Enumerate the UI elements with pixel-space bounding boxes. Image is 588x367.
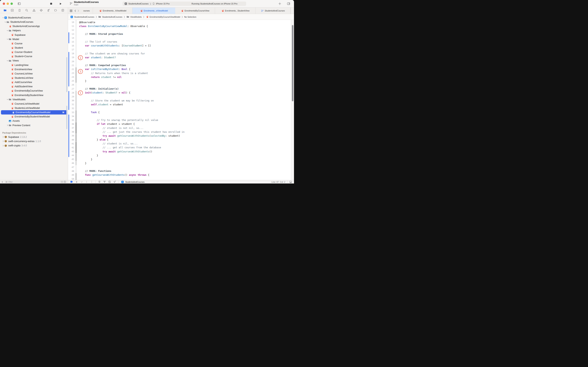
toggle-navigator-icon[interactable]	[17, 0, 21, 7]
sidebar-item-landingview[interactable]: LandingView	[0, 63, 68, 67]
debug-area-toggle-icon[interactable]	[289, 181, 292, 183]
go-back-icon[interactable]	[74, 9, 77, 12]
related-items-icon[interactable]	[70, 9, 73, 12]
filter-input[interactable]	[8, 181, 60, 183]
chevron-down-icon[interactable]	[6, 30, 8, 32]
filter-field[interactable]	[5, 181, 67, 183]
line-number[interactable]: 25	[68, 80, 74, 82]
line-number[interactable]: 30	[68, 99, 74, 102]
sidebar-item-course[interactable]: Course	[0, 42, 68, 46]
line-number[interactable]: 12	[68, 29, 74, 31]
step-over-icon[interactable]	[80, 181, 83, 183]
chevron-right-icon[interactable]	[2, 145, 4, 147]
line-number[interactable]: 37	[68, 127, 74, 129]
minimize-window-button[interactable]	[7, 2, 9, 5]
run-destination[interactable]: iPhone 15 Pro	[156, 2, 169, 5]
line-number[interactable]: 22	[68, 68, 74, 70]
breakpoints-toggle-icon[interactable]	[70, 180, 73, 183]
sidebar-package-swift-crypto[interactable]: swift-crypto3.4.0	[0, 143, 68, 148]
close-window-button[interactable]	[3, 2, 5, 5]
line-number[interactable]: 40	[68, 139, 74, 141]
chevron-down-icon[interactable]	[6, 98, 8, 100]
sidebar-item-addcourseview[interactable]: AddCourseView	[0, 80, 68, 84]
line-number[interactable]: 31	[68, 103, 74, 106]
navigator-tab-issues[interactable]	[32, 8, 36, 12]
line-number[interactable]: 11	[68, 25, 74, 27]
breadcrumb-item[interactable]: StudentsAndCourses	[98, 15, 122, 18]
sidebar-item-studentslistview[interactable]: StudentsListView	[0, 76, 68, 80]
sidebar-item-student-course[interactable]: Student+Course	[0, 54, 68, 58]
line-number[interactable]: 18	[68, 52, 74, 55]
sidebar-item-addstudentview[interactable]: AddStudentView	[0, 84, 68, 89]
sidebar-item-studentslistviewmodel[interactable]: StudentsListViewModel	[0, 106, 68, 110]
chevron-right-icon[interactable]	[2, 140, 4, 142]
line-number[interactable]: 28	[68, 92, 74, 94]
chevron-down-icon[interactable]	[6, 38, 8, 40]
chevron-down-icon[interactable]	[2, 17, 4, 19]
tab-ourses[interactable]: ourses	[80, 8, 93, 14]
sidebar-item-preview-content[interactable]: Preview Content	[0, 123, 68, 127]
line-number[interactable]: 24	[68, 76, 74, 78]
navigator-tab-project[interactable]	[3, 8, 7, 12]
line-number[interactable]: 49	[68, 174, 74, 176]
line-number[interactable]: 17	[68, 48, 74, 51]
tab-enrolments-studentview[interactable]: Enrolments...StudentView	[215, 8, 256, 14]
breadcrumb-item[interactable]: No Selection	[184, 16, 196, 18]
navigator-tab-bookmarks[interactable]	[17, 8, 22, 12]
sidebar-item-enrolmentsbycourseview[interactable]: EnrolmentsByCourseView	[0, 89, 68, 93]
line-number[interactable]: 48	[68, 170, 74, 172]
sidebar-item-assets[interactable]: Assets	[0, 119, 68, 123]
chevron-right-icon[interactable]	[2, 136, 4, 138]
sidebar-item-course-student[interactable]: Course+Student	[0, 50, 68, 54]
line-number[interactable]: 42	[68, 146, 74, 149]
source-control-filter-icon[interactable]	[64, 181, 66, 183]
line-number[interactable]: 15	[68, 41, 74, 43]
line-number[interactable]: 39	[68, 134, 74, 137]
line-number[interactable]: 19	[68, 56, 74, 58]
line-number[interactable]: 45	[68, 158, 74, 160]
navigator-tab-breakpoints[interactable]	[53, 8, 58, 12]
line-number[interactable]: 27	[68, 88, 74, 90]
line-number[interactable]: 36	[68, 123, 74, 125]
navigator-tab-source-control[interactable]	[10, 8, 15, 12]
navigator-tab-debug[interactable]	[46, 8, 51, 12]
sidebar-package-swift-concurrency-extras[interactable]: swift-concurrency-extras1.1.0	[0, 139, 68, 143]
tab-enrolments-tviewmodel[interactable]: Enrolments...tViewModel	[93, 8, 132, 14]
zoom-window-button[interactable]	[10, 2, 13, 5]
sidebar-item-studentsandcourses[interactable]: StudentsAndCourses	[0, 20, 68, 24]
simulate-location-icon[interactable]	[113, 181, 116, 183]
sidebar-item-enrolmentsbycourseviewmodel[interactable]: EnrolmentsByCourseViewModelM	[1, 110, 67, 115]
line-number[interactable]: 26	[68, 83, 74, 86]
line-number[interactable]: 43	[68, 150, 74, 153]
sidebar-item-studentsandcoursesapp[interactable]: StudentsAndCoursesApp	[0, 24, 68, 28]
chevron-down-icon[interactable]	[4, 21, 6, 23]
sidebar-item-viewmodels[interactable]: ViewModels	[0, 97, 68, 102]
scheme-target[interactable]: StudentsAndCourses	[128, 2, 149, 5]
navigator-tab-find[interactable]	[24, 8, 29, 12]
sidebar-item-model[interactable]: Model	[0, 37, 68, 42]
line-number[interactable]: 21	[68, 64, 74, 67]
line-number[interactable]: 44	[68, 154, 74, 157]
editor-scrollbar-thumb[interactable]	[292, 25, 294, 101]
sidebar-item-courseslistviewmodel[interactable]: CoursesListViewModel	[0, 102, 68, 106]
sidebar-scrollbar-thumb[interactable]	[66, 57, 67, 92]
line-number[interactable]: 50	[68, 178, 74, 180]
scheme-selector[interactable]: StudentsAndCourses ❯ iPhone 15 Pro	[123, 1, 185, 6]
sidebar-item-enrolmentsbystudentviewmodel[interactable]: EnrolmentsByStudentViewModel	[0, 115, 68, 119]
environment-overrides-icon[interactable]	[108, 181, 111, 183]
step-out-icon[interactable]	[90, 181, 93, 183]
line-number[interactable]: 47	[68, 166, 74, 168]
line-number[interactable]: 33	[68, 111, 74, 114]
line-number[interactable]: 35	[68, 119, 74, 121]
chevron-right-icon[interactable]	[6, 124, 8, 126]
line-number[interactable]: 29	[68, 95, 74, 98]
sidebar-item-courseslistview[interactable]: CoursesListView	[0, 72, 68, 76]
sidebar-item-student[interactable]: Student	[0, 46, 68, 50]
stop-button[interactable]	[49, 0, 53, 7]
pause-execution-icon[interactable]	[76, 181, 78, 183]
run-button[interactable]	[58, 0, 63, 7]
sidebar-item-helpers[interactable]: Helpers	[0, 28, 68, 33]
chevron-down-icon[interactable]	[6, 60, 8, 62]
recent-files-icon[interactable]	[61, 181, 63, 183]
sidebar-item-enrolmentsbystudentview[interactable]: EnrolmentsByStudentView	[0, 93, 68, 97]
